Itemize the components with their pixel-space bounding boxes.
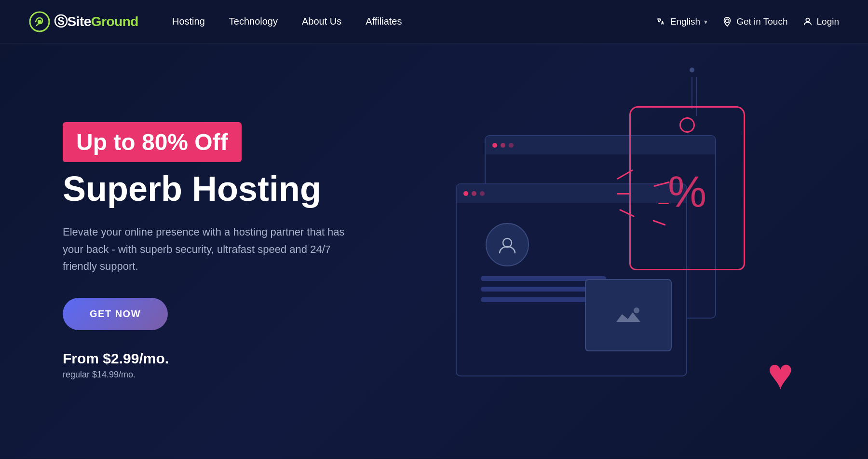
nav-hosting[interactable]: Hosting xyxy=(163,12,215,31)
hero-title: Superb Hosting xyxy=(63,170,400,208)
browser-dot-4 xyxy=(463,191,468,196)
logo[interactable]: ⓈSiteGround xyxy=(29,11,138,32)
price-tag-nail xyxy=(690,68,694,72)
price-tag-hole xyxy=(679,117,695,133)
logo-text: ⓈSiteGround xyxy=(54,13,138,31)
hero-content: Up to 80% Off Superb Hosting Elevate you… xyxy=(63,122,400,380)
browser-dot-6 xyxy=(480,191,485,196)
user-avatar-icon xyxy=(497,234,518,255)
navbar: ⓈSiteGround Hosting Technology About Us … xyxy=(0,0,868,43)
browser-user-avatar xyxy=(486,223,529,266)
image-placeholder-icon xyxy=(611,302,645,329)
illustration-container: % ♥ xyxy=(446,97,784,405)
browser-dot-1 xyxy=(492,143,497,148)
price-main: From $2.99/mo. xyxy=(63,350,400,367)
nav-links: Hosting Technology About Us Affiliates xyxy=(163,12,656,31)
browser-dot-2 xyxy=(501,143,505,148)
price-tag-percent-sign: % xyxy=(668,170,706,213)
language-label: English xyxy=(670,16,700,27)
svg-point-4 xyxy=(503,238,512,247)
hero-description: Elevate your online presence with a host… xyxy=(63,223,352,275)
svg-point-3 xyxy=(806,18,809,21)
contact-label: Get in Touch xyxy=(736,16,787,27)
price-tag-shape: % xyxy=(629,106,745,270)
login-label: Login xyxy=(817,16,840,27)
login-link[interactable]: Login xyxy=(802,16,840,27)
hero-section: Up to 80% Off Superb Hosting Elevate you… xyxy=(0,43,868,459)
price-tag: % xyxy=(629,106,755,290)
svg-point-1 xyxy=(38,20,41,24)
nav-affiliates[interactable]: Affiliates xyxy=(356,12,411,31)
get-now-button[interactable]: GET NOW xyxy=(63,298,168,330)
chevron-down-icon: ▾ xyxy=(704,18,707,26)
nav-right: English ▾ Get in Touch Login xyxy=(656,16,839,27)
nav-technology[interactable]: Technology xyxy=(219,12,287,31)
location-icon xyxy=(722,16,732,27)
language-selector[interactable]: English ▾ xyxy=(656,16,707,27)
siteground-logo-icon xyxy=(29,11,50,32)
svg-point-2 xyxy=(726,19,729,22)
content-line-3 xyxy=(481,297,597,302)
browser-image-box xyxy=(585,279,672,351)
promo-badge: Up to 80% Off xyxy=(63,122,242,162)
contact-link[interactable]: Get in Touch xyxy=(722,16,787,27)
browser-dot-5 xyxy=(472,191,476,196)
hero-illustration: % ♥ xyxy=(400,82,829,420)
user-icon xyxy=(802,16,813,27)
content-line-2 xyxy=(481,287,587,292)
price-regular: regular $14.99/mo. xyxy=(63,370,400,380)
heart-icon: ♥ xyxy=(768,352,793,396)
nav-about[interactable]: About Us xyxy=(292,12,351,31)
price-tag-string xyxy=(692,77,692,109)
browser-dot-3 xyxy=(509,143,514,148)
language-icon xyxy=(656,16,666,27)
svg-rect-5 xyxy=(611,302,645,329)
shine-line-2 xyxy=(617,193,629,195)
svg-point-6 xyxy=(634,307,639,313)
shine-line-5 xyxy=(658,203,669,204)
